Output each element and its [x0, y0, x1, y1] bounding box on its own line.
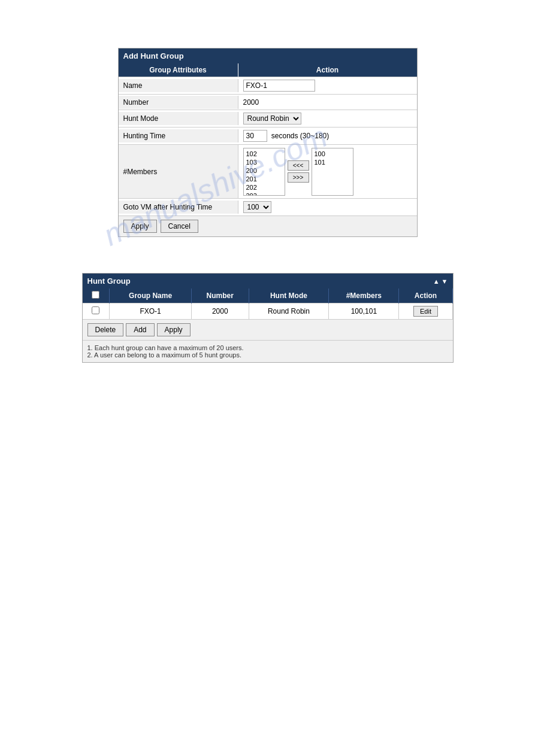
number-row: Number 2000: [119, 94, 417, 110]
cancel-button[interactable]: Cancel: [161, 220, 198, 233]
row-hunt-mode: Round Robin: [249, 303, 329, 320]
name-input[interactable]: [243, 80, 315, 92]
hunt-mode-label: Hunt Mode: [119, 112, 238, 125]
hunt-mode-select[interactable]: Round Robin Linear Ring All: [243, 113, 301, 125]
members-right-list[interactable]: 100 101: [312, 148, 353, 196]
attributes-header: Group Attributes: [119, 63, 238, 77]
list-item[interactable]: 100: [313, 150, 352, 158]
row-members: 100,101: [329, 303, 399, 320]
number-value: 2000: [243, 98, 259, 107]
notes-section: 1. Each hunt group can have a maximum of…: [83, 340, 453, 362]
goto-vm-value-cell: 100 101 102: [238, 199, 417, 215]
hunt-group-title: Hunt Group ▲ ▼: [83, 274, 453, 289]
note-1: 1. Each hunt group can have a maximum of…: [87, 344, 448, 351]
members-left-list[interactable]: 102 103 200 201 202 203: [243, 148, 285, 196]
note-2: 2. A user can belong to a maximum of 5 h…: [87, 351, 448, 359]
table-header-row: Group Name Number Hunt Mode #Members Act…: [83, 289, 453, 303]
add-hunt-group-title: Add Hunt Group: [119, 48, 417, 63]
hunt-mode-value-cell: Round Robin Linear Ring All: [238, 110, 417, 127]
number-value-cell: 2000: [238, 96, 417, 109]
action-header-col: Action: [399, 289, 452, 303]
hunt-group-table: Group Name Number Hunt Mode #Members Act…: [83, 289, 453, 319]
apply-button[interactable]: Apply: [123, 220, 157, 233]
row-group-name: FXO-1: [110, 303, 192, 320]
members-label: #Members: [119, 145, 238, 198]
left-arrow-button[interactable]: <<<: [288, 160, 309, 171]
name-label: Name: [119, 79, 238, 92]
members-header: #Members: [329, 289, 399, 303]
goto-vm-select[interactable]: 100 101 102: [243, 201, 271, 213]
row-number: 2000: [191, 303, 249, 320]
row-checkbox[interactable]: [92, 306, 99, 314]
hunting-time-suffix: seconds (30~180): [271, 132, 329, 140]
name-value-cell: [238, 77, 417, 94]
table-buttons-row: Delete Add Apply: [83, 319, 453, 340]
goto-vm-label: Goto VM after Hunting Time: [119, 201, 238, 214]
list-item[interactable]: 200: [245, 166, 283, 175]
hunting-time-row: Hunting Time seconds (30~180): [119, 127, 417, 144]
table-apply-button[interactable]: Apply: [157, 323, 191, 336]
form-buttons-row: Apply Cancel: [119, 215, 417, 236]
checkbox-header: [83, 289, 110, 303]
hunt-group-panel: Hunt Group ▲ ▼ Group Name Number Hunt Mo…: [82, 273, 454, 363]
delete-button[interactable]: Delete: [87, 323, 124, 336]
hunt-mode-row: Hunt Mode Round Robin Linear Ring All: [119, 110, 417, 127]
add-hunt-group-panel: Add Hunt Group Group Attributes Action N…: [118, 48, 418, 237]
hunting-time-label: Hunting Time: [119, 129, 238, 142]
arrow-buttons: <<< >>>: [288, 160, 309, 183]
table-row: FXO-1 2000 Round Robin 100,101 Edit: [83, 303, 453, 320]
group-name-header: Group Name: [110, 289, 192, 303]
right-arrow-button[interactable]: >>>: [288, 172, 309, 183]
hunting-time-value-cell: seconds (30~180): [238, 127, 417, 144]
select-all-checkbox[interactable]: [92, 291, 99, 299]
number-header: Number: [191, 289, 249, 303]
hunt-mode-header: Hunt Mode: [249, 289, 329, 303]
hunting-time-input[interactable]: [243, 130, 267, 142]
list-item[interactable]: 203: [245, 192, 283, 196]
list-item[interactable]: 102: [245, 150, 283, 158]
number-label: Number: [119, 96, 238, 109]
members-value-cell: 102 103 200 201 202 203 <<< >>> 100 101: [238, 145, 417, 198]
list-item[interactable]: 103: [245, 158, 283, 166]
row-action: Edit: [399, 303, 452, 320]
goto-vm-row: Goto VM after Hunting Time 100 101 102: [119, 198, 417, 215]
column-headers: Group Attributes Action: [119, 63, 417, 77]
name-row: Name: [119, 77, 417, 94]
list-item[interactable]: 201: [245, 175, 283, 183]
list-item[interactable]: 101: [313, 158, 352, 166]
row-checkbox-cell: [83, 303, 110, 320]
edit-button[interactable]: Edit: [413, 306, 438, 317]
list-item[interactable]: 202: [245, 183, 283, 192]
action-header: Action: [238, 63, 417, 77]
add-button[interactable]: Add: [126, 323, 154, 336]
members-row: #Members 102 103 200 201 202 203 <<< >>>: [119, 144, 417, 198]
